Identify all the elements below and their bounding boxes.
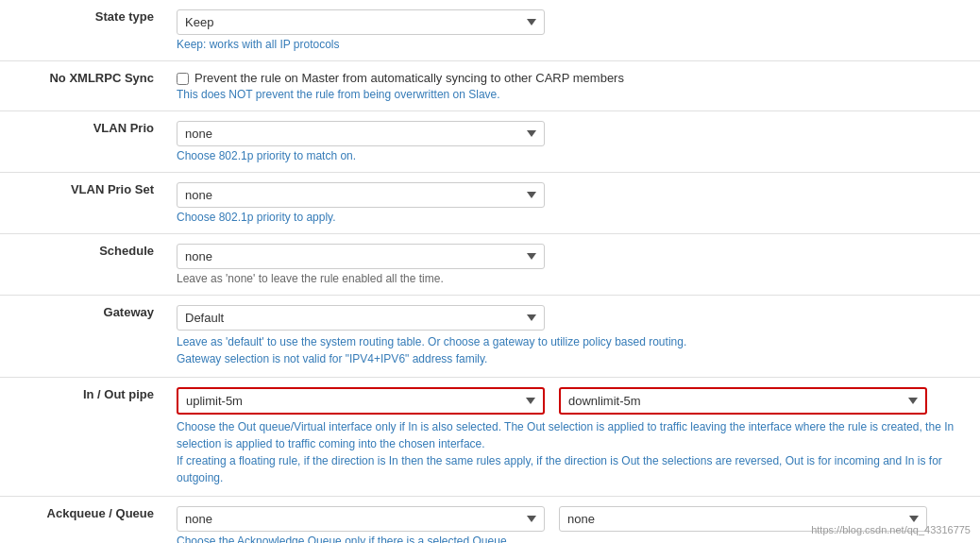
vlan-prio-content: none 012 345 67 Choose 802.1p priority t… [165, 111, 980, 173]
vlan-prio-set-content: none 012 345 67 Choose 802.1p priority t… [165, 173, 980, 234]
ackqueue-label: Ackqueue / Queue [0, 497, 165, 544]
state-type-select[interactable]: Keep Synproxy None sloppy [177, 9, 545, 35]
gateway-label: Gateway [0, 296, 165, 378]
pipe-selects-row: uplimit-5m none downlimit-5m downlimit-5… [177, 387, 969, 415]
state-type-row: State type Keep Synproxy None sloppy Kee… [0, 0, 980, 61]
in-pipe-select[interactable]: uplimit-5m none downlimit-5m [177, 387, 545, 415]
in-out-pipe-row: In / Out pipe uplimit-5m none downlimit-… [0, 378, 980, 497]
gateway-hint2: Gateway selection is not valid for "IPV4… [177, 350, 969, 367]
gateway-content: Default Leave as 'default' to use the sy… [165, 296, 980, 378]
state-type-label: State type [0, 0, 165, 61]
vlan-prio-set-row: VLAN Prio Set none 012 345 67 Choose 802… [0, 173, 980, 234]
schedule-row: Schedule none Leave as 'none' to leave t… [0, 234, 980, 296]
ackqueue-content: none none Choose the Acknowledge Queue o… [165, 497, 980, 544]
no-xmlrpc-checkbox-row: Prevent the rule on Master from automati… [177, 71, 969, 85]
no-xmlrpc-label: No XMLRPC Sync [0, 61, 165, 111]
gateway-select[interactable]: Default [177, 305, 545, 331]
vlan-prio-set-label: VLAN Prio Set [0, 173, 165, 234]
ackqueue-select1[interactable]: none [177, 506, 545, 532]
vlan-prio-set-select[interactable]: none 012 345 67 [177, 182, 545, 208]
out-pipe-wrapper: downlimit-5m none uplimit-5m [559, 387, 927, 415]
vlan-prio-label: VLAN Prio [0, 111, 165, 173]
no-xmlrpc-checkbox[interactable] [177, 73, 189, 85]
ackqueue-hint: Choose the Acknowledge Queue only if the… [177, 535, 969, 543]
no-xmlrpc-row: No XMLRPC Sync Prevent the rule on Maste… [0, 61, 980, 111]
schedule-hint: Leave as 'none' to leave the rule enable… [177, 272, 969, 285]
gateway-hints: Leave as 'default' to use the system rou… [177, 333, 969, 367]
schedule-content: none Leave as 'none' to leave the rule e… [165, 234, 980, 296]
state-type-hint: Keep: works with all IP protocols [177, 38, 969, 51]
schedule-label: Schedule [0, 234, 165, 296]
vlan-prio-set-hint: Choose 802.1p priority to apply. [177, 211, 969, 224]
state-type-content: Keep Synproxy None sloppy Keep: works wi… [165, 0, 980, 61]
vlan-prio-hint: Choose 802.1p priority to match on. [177, 149, 969, 162]
vlan-prio-row: VLAN Prio none 012 345 67 Choose 802.1p … [0, 111, 980, 173]
in-out-pipe-label: In / Out pipe [0, 378, 165, 497]
gateway-hint1: Leave as 'default' to use the system rou… [177, 333, 969, 350]
no-xmlrpc-hint: This does NOT prevent the rule from bein… [177, 88, 969, 101]
ackqueue-row: Ackqueue / Queue none none Choose the Ac… [0, 497, 980, 544]
gateway-row: Gateway Default Leave as 'default' to us… [0, 296, 980, 378]
vlan-prio-select[interactable]: none 012 345 67 [177, 121, 545, 146]
no-xmlrpc-content: Prevent the rule on Master from automati… [165, 61, 980, 111]
in-pipe-wrapper: uplimit-5m none downlimit-5m [177, 387, 545, 415]
out-pipe-select[interactable]: downlimit-5m none uplimit-5m [559, 387, 927, 415]
schedule-select[interactable]: none [177, 244, 545, 269]
settings-form: State type Keep Synproxy None sloppy Kee… [0, 0, 980, 543]
watermark: https://blog.csdn.net/qq_43316775 [811, 524, 971, 535]
in-out-pipe-hint: Choose the Out queue/Virtual interface o… [177, 418, 969, 486]
in-out-pipe-content: uplimit-5m none downlimit-5m downlimit-5… [165, 378, 980, 497]
no-xmlrpc-checkbox-label: Prevent the rule on Master from automati… [194, 71, 624, 85]
